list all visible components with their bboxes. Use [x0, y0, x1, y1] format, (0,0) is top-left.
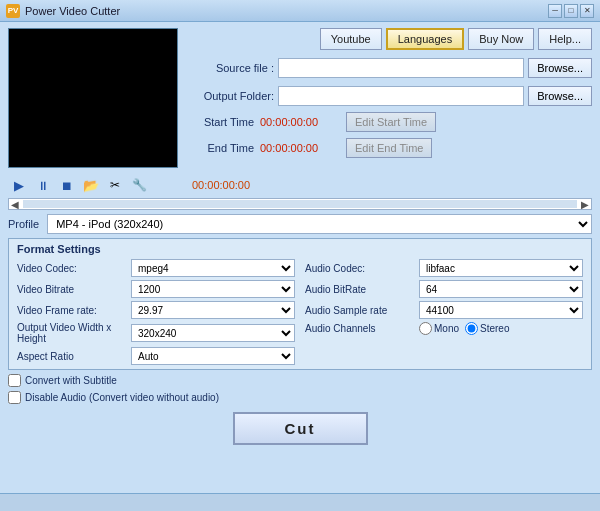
- time-display: 00:00:00:00: [192, 179, 250, 191]
- help-button[interactable]: Help...: [538, 28, 592, 50]
- edit-end-time-button[interactable]: Edit End Time: [346, 138, 432, 158]
- video-codec-row: Video Codec: mpeg4: [17, 259, 295, 277]
- format-settings: Format Settings Video Codec: mpeg4 Video…: [8, 238, 592, 370]
- mono-radio[interactable]: [419, 322, 432, 335]
- title-bar: PV Power Video Cutter ─ □ ✕: [0, 0, 600, 22]
- close-button[interactable]: ✕: [580, 4, 594, 18]
- settings-button[interactable]: 🔧: [128, 174, 150, 196]
- app-title: Power Video Cutter: [25, 5, 548, 17]
- settings-grid: Video Codec: mpeg4 Video Bitrate 1200 Vi…: [17, 259, 583, 365]
- aspect-ratio-select[interactable]: Auto: [131, 347, 295, 365]
- audio-channels-label: Audio Channels: [305, 323, 415, 334]
- video-framerate-select[interactable]: 29.97: [131, 301, 295, 319]
- source-file-label: Source file :: [184, 62, 274, 74]
- start-time-value: 00:00:00:00: [260, 116, 340, 128]
- play-icon: [14, 177, 24, 193]
- stereo-radio-label[interactable]: Stereo: [465, 322, 509, 335]
- youtube-button[interactable]: Youtube: [320, 28, 382, 50]
- app-icon: PV: [6, 4, 20, 18]
- video-codec-select[interactable]: mpeg4: [131, 259, 295, 277]
- pause-icon: [37, 177, 49, 193]
- video-bitrate-select[interactable]: 1200: [131, 280, 295, 298]
- settings-right: Audio Codec: libfaac Audio BitRate 64 Au…: [305, 259, 583, 365]
- source-file-input[interactable]: [278, 58, 524, 78]
- format-settings-title: Format Settings: [17, 243, 583, 255]
- media-controls: 📂 ✂ 🔧 00:00:00:00: [8, 174, 592, 196]
- edit-start-time-button[interactable]: Edit Start Time: [346, 112, 436, 132]
- languages-button[interactable]: Languages: [386, 28, 464, 50]
- audio-codec-row: Audio Codec: libfaac: [305, 259, 583, 277]
- top-row: Youtube Languages Buy Now Help... Source…: [8, 28, 592, 168]
- seekbar-left-arrow[interactable]: ◀: [9, 199, 21, 210]
- audio-sample-rate-row: Audio Sample rate 44100: [305, 301, 583, 319]
- play-button[interactable]: [8, 174, 30, 196]
- pause-button[interactable]: [32, 174, 54, 196]
- video-framerate-label: Video Frame rate:: [17, 305, 127, 316]
- mono-label: Mono: [434, 323, 459, 334]
- video-bitrate-label: Video Bitrate: [17, 284, 127, 295]
- profile-row: Profile MP4 - iPod (320x240): [8, 214, 592, 234]
- main-content: Youtube Languages Buy Now Help... Source…: [0, 22, 600, 511]
- stop-button[interactable]: [56, 174, 78, 196]
- audio-bitrate-select[interactable]: 64: [419, 280, 583, 298]
- mono-radio-label[interactable]: Mono: [419, 322, 459, 335]
- output-browse-button[interactable]: Browse...: [528, 86, 592, 106]
- end-time-label: End Time: [184, 142, 254, 154]
- stereo-radio[interactable]: [465, 322, 478, 335]
- subtitle-checkbox-row: Convert with Subtitle: [8, 374, 592, 387]
- output-size-row: Output Video Width x Height 320x240: [17, 322, 295, 344]
- buy-now-button[interactable]: Buy Now: [468, 28, 534, 50]
- end-time-value: 00:00:00:00: [260, 142, 340, 154]
- audio-channels-radios: Mono Stereo: [419, 322, 509, 335]
- output-size-label: Output Video Width x Height: [17, 322, 127, 344]
- profile-label: Profile: [8, 218, 39, 230]
- output-size-select[interactable]: 320x240: [131, 324, 295, 342]
- profile-select[interactable]: MP4 - iPod (320x240): [47, 214, 592, 234]
- aspect-ratio-label: Aspect Ratio: [17, 351, 127, 362]
- settings-left: Video Codec: mpeg4 Video Bitrate 1200 Vi…: [17, 259, 295, 365]
- subtitle-checkbox[interactable]: [8, 374, 21, 387]
- minimize-button[interactable]: ─: [548, 4, 562, 18]
- audio-codec-select[interactable]: libfaac: [419, 259, 583, 277]
- stop-icon: [61, 177, 73, 193]
- right-panel: Youtube Languages Buy Now Help... Source…: [184, 28, 592, 168]
- top-buttons: Youtube Languages Buy Now Help...: [184, 28, 592, 50]
- video-framerate-row: Video Frame rate: 29.97: [17, 301, 295, 319]
- end-time-row: End Time 00:00:00:00 Edit End Time: [184, 138, 592, 158]
- aspect-ratio-row: Aspect Ratio Auto: [17, 347, 295, 365]
- audio-bitrate-label: Audio BitRate: [305, 284, 415, 295]
- output-folder-row: Output Folder: Browse...: [184, 86, 592, 106]
- seekbar-track[interactable]: [23, 200, 577, 208]
- video-bitrate-row: Video Bitrate 1200: [17, 280, 295, 298]
- scissors-button[interactable]: ✂: [104, 174, 126, 196]
- output-folder-label: Output Folder:: [184, 90, 274, 102]
- cut-button[interactable]: Cut: [233, 412, 368, 445]
- source-browse-button[interactable]: Browse...: [528, 58, 592, 78]
- source-file-row: Source file : Browse...: [184, 58, 592, 78]
- seekbar-right-arrow[interactable]: ▶: [579, 199, 591, 210]
- start-time-label: Start Time: [184, 116, 254, 128]
- maximize-button[interactable]: □: [564, 4, 578, 18]
- open-button[interactable]: 📂: [80, 174, 102, 196]
- status-bar: [0, 493, 600, 511]
- audio-bitrate-row: Audio BitRate 64: [305, 280, 583, 298]
- audio-codec-label: Audio Codec:: [305, 263, 415, 274]
- stereo-label: Stereo: [480, 323, 509, 334]
- disable-audio-checkbox-row: Disable Audio (Convert video without aud…: [8, 391, 592, 404]
- video-codec-label: Video Codec:: [17, 263, 127, 274]
- audio-sample-rate-label: Audio Sample rate: [305, 305, 415, 316]
- audio-channels-row: Audio Channels Mono Stereo: [305, 322, 583, 335]
- window-controls: ─ □ ✕: [548, 4, 594, 18]
- disable-audio-checkbox[interactable]: [8, 391, 21, 404]
- video-preview: [8, 28, 178, 168]
- output-folder-input[interactable]: [278, 86, 524, 106]
- seekbar[interactable]: ◀ ▶: [8, 198, 592, 210]
- audio-sample-rate-select[interactable]: 44100: [419, 301, 583, 319]
- disable-audio-label: Disable Audio (Convert video without aud…: [25, 392, 219, 403]
- start-time-row: Start Time 00:00:00:00 Edit Start Time: [184, 112, 592, 132]
- subtitle-label: Convert with Subtitle: [25, 375, 117, 386]
